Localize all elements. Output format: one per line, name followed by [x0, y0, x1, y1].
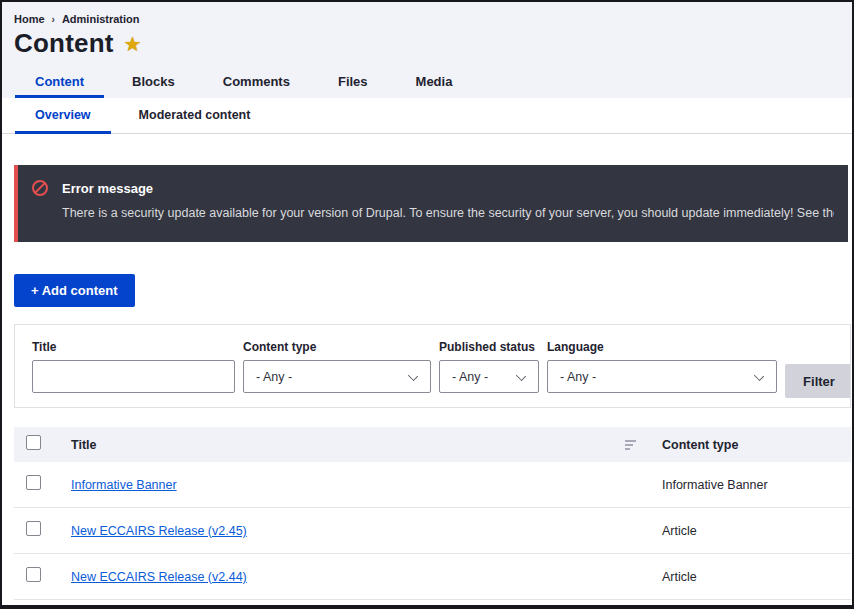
row-checkbox[interactable] [26, 521, 41, 536]
table-row: New ECCAIRS Release (v2.45) Article [14, 508, 851, 554]
breadcrumb-administration-link[interactable]: Administration [62, 13, 140, 25]
content-title-link[interactable]: Informative Banner [71, 478, 177, 492]
chevron-down-icon [754, 371, 764, 381]
table-row: New ECCAIRS Release (v2.44) Article [14, 554, 851, 600]
secondary-tabs: Overview Moderated content [2, 98, 852, 134]
content-title-link[interactable]: New ECCAIRS Release (v2.45) [71, 524, 247, 538]
tab-blocks[interactable]: Blocks [112, 67, 195, 98]
breadcrumb-home-link[interactable]: Home [14, 13, 45, 25]
language-filter-label: Language [547, 340, 777, 354]
chevron-down-icon [408, 371, 418, 381]
title-filter-input[interactable] [32, 360, 235, 393]
breadcrumb-separator-icon: › [52, 14, 55, 25]
filter-button[interactable]: Filter [785, 364, 851, 398]
published-status-selected-value: - Any - [452, 370, 488, 384]
subtab-moderated-content[interactable]: Moderated content [119, 98, 271, 134]
content-admin-page: Home › Administration Content ★ Content … [0, 0, 854, 609]
content-type-filter-label: Content type [243, 340, 431, 354]
row-checkbox[interactable] [26, 567, 41, 582]
tab-content[interactable]: Content [15, 67, 104, 98]
page-title: Content [14, 28, 114, 59]
error-message-text: There is a security update available for… [62, 206, 834, 220]
select-all-checkbox[interactable] [26, 435, 41, 450]
content-type-column-header[interactable]: Content type [662, 438, 851, 452]
language-selected-value: - Any - [560, 370, 596, 384]
add-content-button[interactable]: + Add content [14, 274, 135, 307]
page-title-row: Content ★ [14, 28, 142, 59]
error-message-banner: Error message There is a security update… [14, 165, 848, 242]
star-icon[interactable]: ★ [124, 34, 142, 54]
tab-comments[interactable]: Comments [203, 67, 310, 98]
table-header-row: Title Content type [14, 427, 851, 462]
chevron-down-icon [516, 371, 526, 381]
content-title-link[interactable]: New ECCAIRS Release (v2.44) [71, 570, 247, 584]
primary-tabs: Content Blocks Comments Files Media [15, 67, 472, 98]
error-message-before: There is a security update available for… [62, 206, 834, 220]
content-type-cell: Informative Banner [662, 478, 851, 492]
published-status-select[interactable]: - Any - [439, 360, 539, 393]
published-status-filter-label: Published status [439, 340, 539, 354]
row-checkbox[interactable] [26, 475, 41, 490]
filter-panel: Title Content type - Any - Published sta… [14, 324, 851, 408]
content-table: Title Content type Informative Banner In… [14, 427, 851, 600]
page-header: Home › Administration Content ★ Content … [2, 2, 852, 98]
content-type-cell: Article [662, 570, 851, 584]
error-no-entry-icon [32, 180, 48, 196]
tab-files[interactable]: Files [318, 67, 388, 98]
content-type-selected-value: - Any - [256, 370, 292, 384]
content-type-select[interactable]: - Any - [243, 360, 431, 393]
title-filter-label: Title [32, 340, 235, 354]
error-title: Error message [62, 181, 153, 196]
content-type-cell: Article [662, 524, 851, 538]
breadcrumb: Home › Administration [14, 13, 140, 25]
language-select[interactable]: - Any - [547, 360, 777, 393]
title-column-header[interactable]: Title [71, 438, 96, 452]
subtab-overview[interactable]: Overview [15, 98, 111, 134]
tab-media[interactable]: Media [396, 67, 473, 98]
sort-icon[interactable] [625, 440, 636, 450]
table-row: Informative Banner Informative Banner [14, 462, 851, 508]
